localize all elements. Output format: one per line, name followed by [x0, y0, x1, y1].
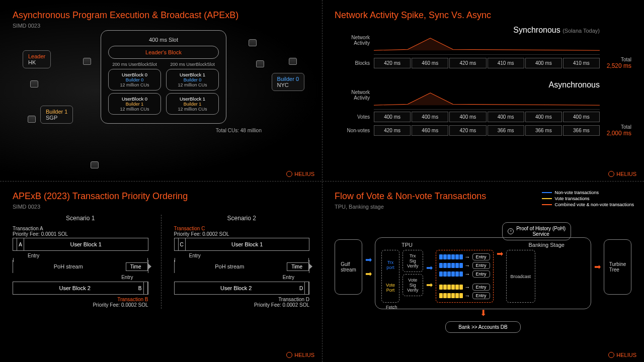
block-cell: 366 ms: [488, 125, 524, 136]
scenario-divider: [161, 215, 162, 309]
q3-subtitle: SIMD 0023: [13, 204, 309, 210]
panel-flow: Flow of Vote & Non-vote Transactions TPU…: [322, 181, 644, 362]
panel-priority-ordering: APExB (2023) Transaction Priority Orderi…: [0, 181, 322, 362]
block-cell: 410 ms: [563, 58, 600, 68]
sync-title: Synchronous (Solana Today): [374, 26, 600, 35]
user-block-1: A User Block 1: [13, 238, 148, 251]
leader-block: Leader's Block: [108, 46, 219, 59]
async-spike-chart: [374, 90, 600, 110]
db-icon: [249, 39, 257, 46]
q2-title: Network Activity Spike, Sync Vs. Async: [335, 10, 631, 21]
block-cell: 420 ms: [374, 58, 411, 68]
builder1-label: Builder 1: [46, 109, 67, 115]
user-block-1: C User Block 1: [174, 238, 310, 251]
total-label: Total: [604, 124, 631, 130]
brand-helius: HELIUS: [608, 171, 636, 177]
q1-subtitle: SIMD 0023: [13, 23, 309, 29]
q3-title: APExB (2023) Transaction Priority Orderi…: [13, 191, 309, 202]
tx-d-label: Transaction DPriority Fee: 0.0002 SOL: [174, 297, 310, 308]
tx-c-label: Transaction CPriority Fee: 0.0002 SOL: [174, 226, 310, 237]
sync-spike-chart: [374, 36, 600, 55]
scenario-2: Scenario 2 Transaction CPriority Fee: 0.…: [174, 215, 310, 309]
time-arrow: Time: [126, 262, 148, 271]
block-cell: 366 ms: [525, 125, 562, 136]
trx-port: Trx port: [386, 260, 395, 270]
arrow-down-icon: ⬇: [480, 309, 487, 317]
fetch-stage: Trx port Vote Port Fetch: [381, 250, 399, 303]
arrow-icon: ➡: [497, 250, 503, 303]
async-title: Asynchronous: [374, 80, 600, 89]
db-icon: [256, 60, 264, 67]
banking-stage: →Entry →Entry →Entry →Entry →Entry: [436, 250, 494, 303]
vote-sig-verify: Vote Sig Verify: [403, 274, 423, 296]
blocks-label: Blocks: [335, 60, 370, 66]
userblock: UserBlock 1 Builder 1 12 million CUs: [166, 93, 219, 115]
block-cell: 400 ms: [563, 112, 600, 122]
block-cell: 410 ms: [488, 58, 524, 68]
scenario-1: Scenario 1 Transaction APriority Fee: 0.…: [13, 215, 148, 309]
banking-label: Banking Stage: [528, 242, 565, 248]
total-cus: Total CUs: 48 million: [101, 128, 262, 133]
total-label: Total: [604, 57, 631, 62]
arrow-icon: ➡: [365, 270, 372, 278]
arrow-icon: ➡: [594, 263, 601, 271]
clock-icon: [508, 228, 514, 234]
legend-nonvote: Non-vote transactions: [554, 190, 599, 195]
arrow-icon: ➡: [426, 264, 433, 272]
block-cell: 366 ms: [563, 125, 600, 136]
db-icon: [83, 58, 91, 65]
votes-row: 400 ms 400 ms 400 ms 400 ms 400 ms 400 m…: [374, 112, 600, 122]
brand-helius: HELIUS: [608, 352, 636, 358]
broadcast-stage: Broadcast: [506, 250, 536, 303]
block-cell: 460 ms: [412, 58, 448, 68]
arrow-icon: ➡: [365, 256, 372, 264]
panel-network-spike: Network Activity Spike, Sync Vs. Async N…: [322, 0, 644, 181]
legend-combined: Combined vote & non-vote transactions: [554, 202, 634, 207]
trx-sig-verify: Trx Sig Verify: [403, 250, 423, 272]
db-icon: [28, 116, 36, 123]
leader-loc: HK: [28, 59, 45, 65]
sync-total: 2,520 ms: [604, 62, 631, 69]
user-block-2: User Block 2 B: [13, 282, 148, 295]
arrow-icon: ➡: [426, 281, 433, 289]
poh-stream: PoH stream Time: [13, 260, 148, 273]
block-cell: 400 ms: [525, 58, 562, 68]
user-block-2: User Block 2 D: [174, 282, 310, 295]
tpu-container: TPU Banking Stage Trx port Vote Port Fet…: [375, 237, 591, 309]
db-icon: [91, 161, 99, 168]
entry-label: Entry: [189, 253, 310, 258]
block-cell: 420 ms: [449, 125, 486, 136]
builder0-node: Builder 0 NYC: [272, 73, 304, 91]
builder0-loc: NYC: [277, 82, 299, 88]
slot-diagram: 400 ms Slot Leader's Block 200 ms UserBl…: [101, 30, 226, 133]
tx-a-label: Transaction APriority Fee: 0.0001 SOL: [13, 226, 148, 237]
builder1-loc: SGP: [46, 115, 67, 121]
block-cell: 460 ms: [412, 125, 448, 136]
q1-title: Asynchronous Program Execution & Broadca…: [13, 10, 309, 21]
vote-port: Vote Port: [386, 283, 395, 293]
bank-accounts-db: Bank >> Accounts DB: [445, 321, 521, 333]
time-arrow: Time: [287, 262, 309, 271]
tx-b-label: Transaction BPriority Fee: 0.0002 SOL: [13, 297, 148, 308]
panel-apexb: Asynchronous Program Execution & Broadca…: [0, 0, 322, 181]
block-cell: 420 ms: [374, 125, 411, 136]
slot-header: 400 ms Slot: [108, 37, 219, 43]
fetch-label: Fetch: [386, 305, 397, 310]
scenario-title: Scenario 1: [13, 215, 148, 222]
db-icon: [289, 58, 297, 65]
legend-vote: Vote transactions: [554, 196, 589, 201]
activity-label: Network Activity: [335, 89, 370, 101]
legend: Non-vote transactions Vote transactions …: [542, 190, 634, 208]
nonvotes-row: 420 ms 460 ms 420 ms 366 ms 366 ms 366 m…: [374, 125, 600, 136]
async-total: 2,000 ms: [604, 130, 631, 137]
sync-blocks-row: 420 ms 460 ms 420 ms 410 ms 400 ms 410 m…: [374, 58, 600, 68]
scenario-title: Scenario 2: [174, 215, 310, 222]
nonvotes-label: Non-votes: [335, 128, 370, 133]
turbine-tree: Turbine Tree: [604, 239, 631, 295]
activity-label: Network Activity: [335, 35, 370, 46]
subslot-hdr: 200 ms UserBlockSlot: [166, 62, 219, 67]
block-cell: 400 ms: [525, 112, 562, 122]
block-cell: 400 ms: [412, 112, 448, 122]
votes-label: Votes: [335, 114, 370, 120]
userblock: UserBlock 0 Builder 1 12 million CUs: [108, 93, 161, 115]
